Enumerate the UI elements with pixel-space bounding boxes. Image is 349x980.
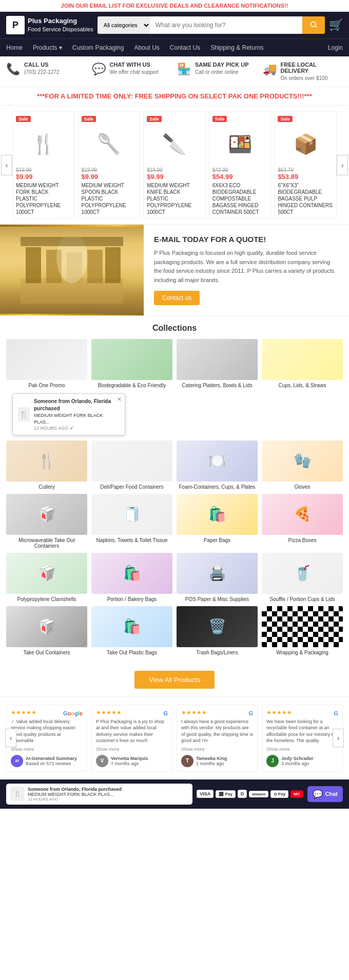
nav-about[interactable]: About Us: [134, 39, 159, 56]
service-chat: 💬 CHAT WITH US We offer chat support: [92, 62, 172, 82]
sale-badge-2: Sale: [82, 116, 96, 122]
review-source-2: G: [163, 710, 168, 716]
collections-title: Collections: [6, 324, 343, 333]
collection-napkins[interactable]: 🧻 Napkins, Towels & Toilet Tissue: [91, 494, 172, 549]
product-card-1[interactable]: Sale 🍴 $19.99 $9.99 MEDIUM WEIGHT FORK B…: [12, 111, 75, 219]
nav-home[interactable]: Home: [6, 39, 23, 56]
new-price-3: $9.99: [147, 173, 202, 181]
service-bar: 📞 CALL US (703) 222-1272 💬 CHAT WITH US …: [0, 56, 349, 87]
nav-login[interactable]: Login: [328, 44, 343, 51]
view-all-button[interactable]: View All Products: [134, 671, 215, 689]
avatar-3: T: [181, 755, 193, 767]
collection-micro[interactable]: 🥡 Microwaveable Take Out Containers: [6, 494, 87, 549]
collection-foam[interactable]: 🍽️ Foam-Containers, Cups, & Plates: [177, 441, 258, 490]
collection-deli[interactable]: Deli/Paper Food Containers: [91, 441, 172, 490]
product-name-5: 6"x6"x3" BIODEGRADABLE BAGASSE PULP HING…: [278, 182, 333, 215]
product-card-2[interactable]: Sale 🥄 $19.99 $9.99 MEDIUM WEIGHT SPOON …: [78, 111, 141, 219]
collection-thumb-takeout-plastic: 🛍️: [91, 606, 172, 647]
review-card-3: ★★★★★ G I always have a good experience …: [177, 705, 258, 772]
show-more-2[interactable]: Show more: [96, 747, 168, 752]
reviewer-1: AI AI-Generated Summary Based on 572 rev…: [11, 755, 83, 767]
svg-point-0: [311, 22, 316, 26]
new-price-4: $54.99: [212, 173, 268, 181]
nav-products[interactable]: Products ▾: [33, 39, 62, 56]
show-more-1[interactable]: Show more: [11, 747, 83, 752]
collection-takeout-plastic[interactable]: 🛍️ Take Out Plastic Bags: [91, 606, 172, 655]
popup-close-button[interactable]: ✕: [117, 396, 122, 403]
collection-label-takeout-plastic: Take Out Plastic Bags: [91, 650, 172, 655]
category-select[interactable]: All categories: [98, 16, 150, 34]
collection-pak-one[interactable]: Pak One Promo: [6, 339, 87, 388]
collection-bio[interactable]: Biodegradable & Eco Friendly: [91, 339, 172, 388]
collection-pos[interactable]: 🖨️ POS Paper & Misc Supplies: [177, 553, 258, 602]
collection-wrapping[interactable]: Wrapping & Packaging: [262, 606, 343, 655]
collection-cups[interactable]: Cups, Lids, & Straws: [262, 339, 343, 388]
product-image-2: 🥄: [82, 124, 137, 165]
chat-bubble-icon: 💬: [313, 789, 323, 799]
quote-title: E-MAIL TODAY FOR A QUOTE!: [154, 235, 339, 244]
reviewer-4: J Jody Schrader 3 months ago: [266, 755, 338, 767]
review-card-1: ★★★★★ Google ✓ Value added local deliver…: [6, 705, 87, 772]
svg-rect-7: [105, 247, 121, 283]
avatar-4: J: [266, 755, 279, 767]
collection-label-foam: Foam-Containers, Cups, & Plates: [177, 484, 258, 490]
collection-thumb-pizza: 🍕: [262, 494, 343, 535]
old-price-3: $19.99: [147, 167, 202, 173]
search-bar: All categories: [98, 16, 325, 34]
amazon-pay-icon: amazon: [249, 791, 268, 797]
nav-custom-packaging[interactable]: Custom Packaging: [72, 39, 124, 56]
collection-trash[interactable]: 🗑️ Trash Bags/Liners: [177, 606, 258, 655]
collection-thumb-cutlery: 🍴: [6, 441, 87, 482]
slider-prev-button[interactable]: ‹: [1, 155, 12, 175]
collections-row-1: Pak One Promo Biodegradable & Eco Friend…: [6, 339, 343, 388]
reviews-grid: ★★★★★ Google ✓ Value added local deliver…: [6, 705, 343, 772]
collection-cutlery[interactable]: 🍴 Cutlery: [6, 441, 87, 490]
logo[interactable]: P Plus Packaging Food Service Disposable…: [6, 16, 93, 34]
collection-thumb-gloves: 🧤: [262, 441, 343, 482]
review-card-4: ★★★★★ G We have been looking for a recyc…: [262, 705, 343, 772]
product-image-5: 📦: [278, 124, 333, 165]
collection-label-trash: Trash Bags/Liners: [177, 650, 258, 655]
collection-pizza[interactable]: 🍕 Pizza Boxes: [262, 494, 343, 549]
reviews-next-button[interactable]: ›: [333, 729, 344, 747]
collection-takeout[interactable]: 🥡 Take Out Containers: [6, 606, 87, 655]
collection-poly[interactable]: 🥡 Polypropylene Clamshells: [6, 553, 87, 602]
collections: Collections Pak One Promo Biodegradable …: [0, 316, 349, 663]
contact-button[interactable]: Contact us: [154, 291, 200, 305]
service-call: 📞 CALL US (703) 222-1272: [6, 62, 87, 82]
collection-label-pak-one: Pak One Promo: [6, 383, 87, 388]
collection-portion[interactable]: 🛍️ Portion / Bakery Bags: [91, 553, 172, 602]
search-input[interactable]: [150, 16, 302, 34]
product-card-5[interactable]: Sale 📦 $63.79 $53.89 6"x6"x3" BIODEGRADA…: [274, 111, 337, 219]
reviews-wrapper: ‹ ★★★★★ Google ✓ Value added local deliv…: [6, 705, 343, 772]
collection-paper[interactable]: 🛍️ Paper Bags: [177, 494, 258, 549]
product-card-3[interactable]: Sale 🔪 $19.99 $9.99 MEDIUM WEIGHT KNIFE …: [143, 111, 206, 219]
nav-shipping[interactable]: Shipping & Returns: [210, 39, 263, 56]
search-button[interactable]: [302, 16, 325, 34]
collection-thumb-wrapping: [262, 606, 343, 647]
collection-gloves[interactable]: 🧤 Gloves: [262, 441, 343, 490]
reviews-prev-button[interactable]: ‹: [5, 729, 16, 747]
collection-souffle[interactable]: 🥤 Souffle / Portion Cups & Lids: [262, 553, 343, 602]
show-more-4[interactable]: Show more: [266, 747, 338, 752]
collection-catering[interactable]: Catering Platters, Bowls & Lids: [177, 339, 258, 388]
collections-row-2: 🍴 Cutlery Deli/Paper Food Containers 🍽️ …: [6, 441, 343, 490]
svg-rect-6: [87, 250, 103, 283]
show-more-3[interactable]: Show more: [181, 747, 253, 752]
stars-3: ★★★★★: [181, 709, 207, 716]
product-card-4[interactable]: Sale 🍱 $42.99 $54.99 6x6x3 ECO BIODEGRAD…: [209, 111, 272, 219]
stars-1: ★★★★★: [11, 709, 36, 716]
nav-contact[interactable]: Contact Us: [170, 39, 200, 56]
cart-icon[interactable]: 🛒: [329, 18, 343, 32]
sale-badge-3: Sale: [147, 116, 162, 122]
logo-icon: P: [6, 16, 25, 34]
collection-label-wrapping: Wrapping & Packaging: [262, 650, 343, 655]
chat-button[interactable]: 💬 Chat: [307, 786, 343, 802]
avatar-2: V: [96, 755, 108, 767]
popup-text-content: Someone from Orlando, Florida purchased …: [34, 398, 120, 430]
google-pay-icon: G Pay: [270, 790, 288, 798]
review-card-2: ★★★★★ G P Plus Packaging is a joy to sho…: [91, 705, 172, 772]
service-pickup: 🏪 SAME DAY PICK UP Call or order online: [177, 62, 258, 82]
slider-next-button[interactable]: ›: [337, 155, 348, 175]
chat-icon: 💬: [92, 63, 106, 76]
